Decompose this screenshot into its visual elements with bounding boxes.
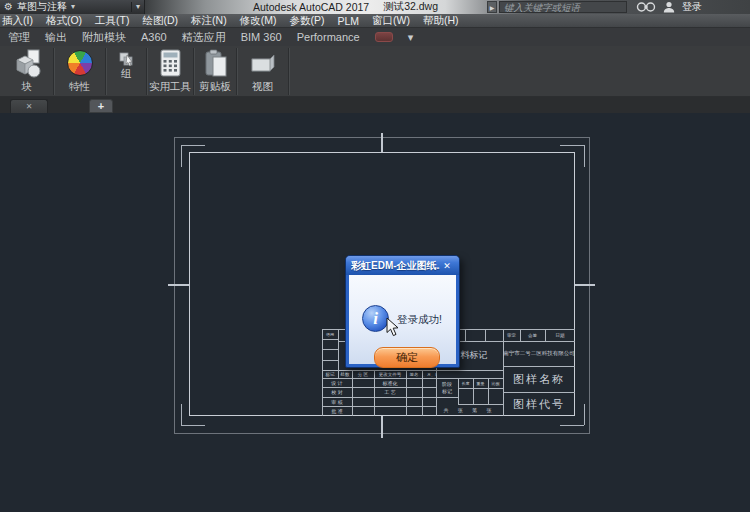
app-title: Autodesk AutoCAD 2017 (253, 1, 369, 13)
frame-tick (575, 284, 595, 286)
ribbon-panel-row: 块 特性 组 (0, 46, 750, 97)
titleblock-header: 更改文件号 (374, 370, 406, 378)
search-flyout-button[interactable]: ▶ (487, 1, 497, 13)
ribbon-tab-a360[interactable]: A360 (141, 31, 167, 43)
ribbon-tab-output[interactable]: 输出 (45, 30, 67, 45)
ok-button-label: 确定 (396, 350, 418, 365)
new-tab-button[interactable]: + (89, 99, 113, 113)
titleblock-row-label: 审 核 (322, 397, 352, 406)
panel-label-view[interactable]: 视图 (237, 80, 288, 94)
drawing-code-cell: 图样代号 (503, 392, 575, 416)
menu-window[interactable]: 窗口(W) (372, 14, 410, 28)
ribbon-tab-featured-apps[interactable]: 精选应用 (182, 30, 226, 45)
window-title: Autodesk AutoCAD 2017 测试32.dwg (253, 0, 438, 14)
corner-mark (181, 404, 182, 425)
autocad-window: Autodesk AutoCAD 2017 测试32.dwg ⚙ 草图与注释 ▾… (0, 0, 750, 512)
info-icon: i (362, 305, 389, 332)
menu-dimension[interactable]: 标注(N) (191, 14, 227, 28)
frame-tick (381, 133, 383, 152)
close-icon[interactable]: ✕ (440, 259, 454, 272)
binoculars-search-icon[interactable] (636, 1, 656, 13)
titleblock-cell: 会签 (520, 330, 545, 340)
quick-access-dropdown-icon[interactable]: ▾ (136, 3, 140, 11)
panel-properties: 特性 (54, 46, 105, 97)
titleblock-cell: 比例 (488, 378, 503, 388)
titleblock-header: 标记 (322, 370, 338, 378)
stage-mark-cell: 阶段标记 (436, 378, 458, 397)
sheet-count-cell: 共 张 第 张 (436, 404, 503, 416)
drawing-name-cell: 图样名称 (503, 366, 575, 392)
menu-bar: 插入(I) 格式(O) 工具(T) 绘图(D) 标注(N) 修改(M) 参数(P… (0, 14, 750, 28)
workspace-label: 草图与注释 (17, 0, 67, 14)
titleblock-header: 分 区 (352, 370, 374, 378)
corner-mark (181, 425, 205, 426)
menu-tools[interactable]: 工具(T) (95, 14, 129, 28)
ribbon-tab-manage[interactable]: 管理 (8, 30, 30, 45)
menu-parametric[interactable]: 参数(P) (289, 14, 324, 28)
titleblock-header: 年、月、日 (422, 370, 436, 378)
titleblock-strip-cell: 借用 (322, 329, 338, 339)
edm-login-dialog: 彩虹EDM-企业图纸... ✕ i 登录成功! 确定 (345, 255, 460, 368)
chevron-down-icon[interactable]: ▾ (408, 33, 414, 41)
ribbon-tab-bim360[interactable]: BIM 360 (241, 31, 282, 43)
titleblock-mid-label: 工 艺 (374, 387, 406, 397)
menu-insert[interactable]: 插入(I) (2, 14, 33, 28)
titleblock-row-label: 校 对 (322, 387, 352, 397)
file-tab-close-icon[interactable]: ✕ (26, 102, 33, 111)
corner-mark (560, 145, 584, 146)
view-icon[interactable] (250, 54, 276, 74)
dialog-title-bar[interactable]: 彩虹EDM-企业图纸... ✕ (346, 256, 459, 275)
dialog-title: 彩虹EDM-企业图纸... (351, 259, 440, 273)
help-search-input[interactable] (499, 1, 627, 13)
panel-utilities: 实用工具 (147, 46, 193, 97)
titlebar-icons: 登录 (636, 0, 702, 14)
ribbon-tab-performance[interactable]: Performance (297, 31, 360, 43)
ribbon-tab-addins[interactable]: 附加模块 (82, 30, 126, 45)
panel-label-utilities[interactable]: 实用工具 (147, 80, 193, 94)
group-button-label[interactable]: 组 (106, 68, 146, 80)
user-icon[interactable] (663, 1, 675, 13)
corner-mark (181, 145, 182, 167)
titleblock-mid-label: 标准化 (374, 378, 406, 387)
panel-divider (288, 48, 289, 95)
sign-in-button[interactable]: 登录 (682, 0, 702, 14)
dialog-body: i 登录成功! 确定 (349, 275, 456, 364)
group-icon[interactable] (119, 52, 134, 66)
flyout-arrow-icon: ▶ (490, 4, 495, 11)
company-name-cell: 南宁市二号二区科技有限公司 (503, 341, 575, 366)
ribbon-tab-bar: 管理 输出 附加模块 A360 精选应用 BIM 360 Performance… (0, 28, 750, 46)
panel-view: 视图 (237, 46, 288, 97)
file-tab[interactable]: ✕ (10, 99, 48, 113)
titleblock-row-label: 设 计 (322, 378, 352, 387)
corner-mark (584, 145, 585, 167)
media-button[interactable] (375, 32, 393, 42)
panel-label-block[interactable]: 块 (0, 80, 53, 94)
color-wheel-icon[interactable] (67, 50, 93, 76)
titleblock-header: 处数 (338, 370, 352, 378)
panel-clipboard: 剪贴板 (194, 46, 236, 97)
block-icon[interactable] (12, 49, 42, 79)
chevron-down-icon: ▾ (71, 3, 75, 11)
titleblock-row-label: 批 准 (322, 406, 352, 416)
menu-format[interactable]: 格式(O) (46, 14, 82, 28)
menu-plm[interactable]: PLM (337, 15, 359, 27)
menu-modify[interactable]: 修改(M) (240, 14, 277, 28)
gear-icon: ⚙ (4, 2, 13, 12)
panel-group: 组 (106, 46, 146, 97)
menu-help[interactable]: 帮助(H) (423, 14, 459, 28)
panel-label-clipboard[interactable]: 剪贴板 (194, 80, 236, 94)
workspace-switcher[interactable]: ⚙ 草图与注释 ▾ ▾ (0, 0, 145, 14)
corner-mark (560, 425, 584, 426)
menu-draw[interactable]: 绘图(D) (143, 14, 179, 28)
frame-tick (381, 416, 383, 438)
calculator-icon[interactable] (160, 49, 181, 77)
document-title: 测试32.dwg (383, 0, 438, 14)
dialog-message: 登录成功! (397, 313, 442, 327)
ok-button[interactable]: 确定 (374, 347, 440, 368)
panel-block: 块 (0, 46, 53, 97)
panel-label-properties[interactable]: 特性 (54, 80, 105, 94)
divider (131, 2, 132, 12)
plus-icon: + (98, 100, 104, 112)
file-tab-bar: ✕ + (0, 97, 750, 113)
clipboard-icon[interactable] (205, 49, 227, 77)
